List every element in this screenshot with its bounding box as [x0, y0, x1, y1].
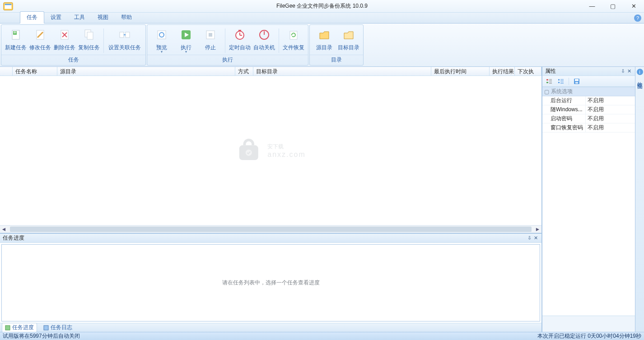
- ribbon-new-task-button[interactable]: +新建任务: [4, 27, 28, 55]
- svg-rect-10: [120, 32, 124, 38]
- save-props-icon[interactable]: [573, 77, 581, 85]
- svg-rect-33: [560, 79, 564, 80]
- tab-task-progress[interactable]: 任务进度: [2, 323, 37, 332]
- svg-rect-26: [546, 82, 548, 83]
- progress-tab-icon: [5, 325, 10, 331]
- ribbon-button-label: 新建任务: [5, 44, 27, 52]
- grid-column-header[interactable]: 方式: [235, 67, 253, 76]
- svg-rect-27: [549, 79, 552, 80]
- properties-grid[interactable]: ▢ 系统选项 后台运行不启用随Windows...不启用启动密码不启用窗口恢复密…: [542, 87, 635, 316]
- menu-tab-tools[interactable]: 工具: [68, 12, 91, 23]
- menu-tab-task[interactable]: 任务: [20, 11, 44, 24]
- props-section[interactable]: ▢ 系统选项: [542, 87, 635, 96]
- dropdown-icon[interactable]: ▾: [150, 50, 173, 54]
- grid-column-header[interactable]: 下次执: [515, 67, 541, 76]
- menu-tab-settings[interactable]: 设置: [44, 12, 68, 23]
- property-value[interactable]: 不启用: [586, 105, 635, 114]
- progress-body: 请在任务列表中，选择一个任务查看进度: [1, 244, 540, 321]
- property-value[interactable]: 不启用: [586, 96, 635, 105]
- folder-dst-icon: [341, 28, 356, 42]
- alphabetical-icon[interactable]: [557, 77, 565, 85]
- edit-task-icon: [33, 28, 47, 42]
- run-icon: [179, 28, 193, 42]
- pin-icon[interactable]: ⇩: [526, 235, 532, 241]
- ribbon-link-task-button[interactable]: 设置关联任务: [107, 27, 143, 55]
- watermark: 安下载 anxz.com: [236, 138, 305, 163]
- grid-column-header[interactable]: 目标目录: [253, 67, 432, 76]
- grid-column-header[interactable]: 执行结果: [490, 67, 515, 76]
- property-row[interactable]: 窗口恢复密码不启用: [542, 123, 635, 132]
- link-task-icon: [117, 28, 132, 42]
- property-key: 后台运行: [542, 96, 586, 105]
- ribbon-button-label: 停止: [205, 44, 216, 52]
- svg-rect-12: [158, 31, 166, 39]
- property-key: 随Windows...: [542, 105, 586, 114]
- grid-column-header[interactable]: 最后执行时间: [431, 67, 489, 76]
- grid-column-header[interactable]: 源目录: [57, 67, 236, 76]
- collapse-icon[interactable]: ▢: [544, 89, 549, 95]
- svg-rect-36: [560, 83, 564, 84]
- close-panel-icon[interactable]: ✕: [532, 235, 539, 241]
- help-icon[interactable]: ?: [634, 14, 641, 22]
- menu-bar: 任务 设置 工具 视图 帮助 ?: [0, 13, 644, 24]
- menu-tab-view[interactable]: 视图: [91, 12, 115, 23]
- svg-rect-34: [560, 80, 564, 81]
- props-close-icon[interactable]: ✕: [626, 68, 632, 74]
- scroll-right-icon[interactable]: ►: [534, 226, 541, 233]
- ribbon-run-button[interactable]: 执行▾: [174, 27, 198, 55]
- ribbon-copy-task-button[interactable]: 复制任务: [77, 27, 101, 55]
- ribbon-folder-src-button[interactable]: 源目录: [313, 27, 336, 55]
- scroll-left-icon[interactable]: ◄: [0, 226, 8, 233]
- menu-tab-help[interactable]: 帮助: [115, 12, 138, 23]
- svg-rect-24: [44, 326, 48, 330]
- ribbon-preview-button[interactable]: 预览▾: [150, 27, 173, 55]
- stop-icon: [203, 28, 218, 42]
- watermark-main: 安下载: [267, 143, 284, 150]
- new-task-icon: +: [9, 28, 23, 42]
- info-icon: i: [637, 69, 643, 75]
- ribbon-group: +新建任务修改任务删除任务复制任务设置关联任务任务: [1, 24, 146, 66]
- task-grid: 任务名称源目录方式目标目录最后执行时间执行结果下次执 安下载 anxz.com …: [0, 67, 541, 233]
- window-title: FileGee 企业文件同步备份系统 10.0.9: [0, 2, 644, 10]
- props-pin-icon[interactable]: ⇩: [620, 68, 626, 74]
- ribbon-restore-button[interactable]: 文件恢复: [282, 27, 305, 55]
- maximize-button[interactable]: ▢: [602, 0, 623, 12]
- bottom-tabs: 任务进度 任务日志: [0, 323, 541, 332]
- watermark-sub: anxz.com: [267, 151, 305, 159]
- property-value[interactable]: 不启用: [586, 123, 635, 132]
- categorized-icon[interactable]: [545, 77, 553, 85]
- grid-body[interactable]: 安下载 anxz.com: [0, 76, 541, 225]
- grid-column-header[interactable]: 任务名称: [13, 67, 57, 76]
- svg-rect-21: [239, 145, 258, 160]
- minimize-button[interactable]: —: [582, 0, 602, 12]
- delete-task-icon: [57, 28, 72, 42]
- restore-icon: [286, 28, 301, 42]
- property-value[interactable]: 不启用: [586, 114, 635, 123]
- property-row[interactable]: 随Windows...不启用: [542, 105, 635, 114]
- svg-rect-32: [558, 82, 560, 83]
- ribbon-group: 预览▾执行▾停止定时自动自动关机文件恢复执行: [147, 24, 308, 66]
- property-row[interactable]: 后台运行不启用: [542, 96, 635, 105]
- dropdown-icon[interactable]: ▾: [174, 50, 198, 54]
- ribbon-folder-dst-button[interactable]: 目标目录: [337, 27, 360, 55]
- property-row[interactable]: 启动密码不启用: [542, 114, 635, 123]
- svg-rect-16: [209, 33, 212, 37]
- properties-panel: 属性 ⇩ ✕ ▢ 系统选项 后台运行不启用随Windows...不启用启动密码不…: [542, 67, 635, 332]
- ribbon-timer-button[interactable]: 定时自动: [228, 27, 252, 55]
- close-button[interactable]: ✕: [623, 0, 644, 12]
- ribbon-button-label: 修改任务: [29, 44, 51, 52]
- svg-rect-9: [87, 32, 93, 39]
- ribbon-edit-task-button[interactable]: 修改任务: [28, 27, 52, 55]
- svg-point-22: [245, 150, 252, 156]
- tab-task-log[interactable]: 任务日志: [41, 323, 75, 332]
- ribbon-power-button[interactable]: 自动关机: [252, 27, 276, 55]
- horizontal-scrollbar[interactable]: ◄ ►: [0, 225, 541, 233]
- ribbon-button-label: 源目录: [316, 44, 332, 52]
- docked-vertical-tab[interactable]: i 效性面: [635, 67, 644, 332]
- timer-icon: [233, 28, 247, 42]
- ribbon-group-label: 执行: [147, 55, 308, 65]
- scroll-thumb[interactable]: [10, 227, 532, 232]
- log-tab-icon: [43, 325, 49, 331]
- ribbon-delete-task-button[interactable]: 删除任务: [53, 27, 76, 55]
- ribbon-stop-button[interactable]: 停止: [199, 27, 222, 55]
